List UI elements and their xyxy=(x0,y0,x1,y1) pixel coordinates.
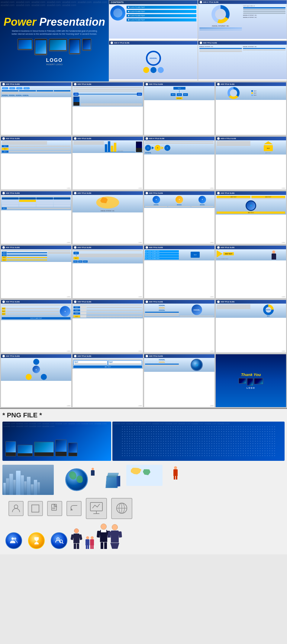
device-3 xyxy=(49,39,67,51)
top-right-panels: CONTENTS CLICK TO ADD TEXT CLICK TO ADD … xyxy=(109,0,287,40)
title-slide-body-3: ASADAL INTERNET, INC. ASADAL INTERNET, I… xyxy=(198,45,287,80)
logo-text: LOGO xyxy=(46,58,63,63)
title-slide-header-1: ADD A TITLE SLIDE xyxy=(198,0,287,4)
3d-cube-element xyxy=(99,468,123,495)
slide-thumb-6: ADD TITLE SLIDE 2020 2015 LOGO xyxy=(72,136,143,190)
slide-thumb-16: ADD TITLE SLIDE ADD TEXT CLICK TO ADD TE… xyxy=(215,245,286,298)
globe-outline-icon xyxy=(111,498,132,519)
slide-thumb-22: ADD TITLE SLIDE TEXT TEXT ADD TEXT LOGO xyxy=(72,354,143,407)
city-skyline-element xyxy=(2,465,54,495)
slide-body-5: TEXT TEXT TEXT LOGO xyxy=(1,140,71,154)
device-5 xyxy=(82,39,91,51)
svg-point-14 xyxy=(14,537,16,540)
slide-body-20: ASADAL TEXT LOGO xyxy=(216,304,286,318)
slide-thumb-9: ADD TITLE SLIDE TEXT LOGO xyxy=(1,191,72,244)
slides-row-3: ADD TITLE SLIDE TEXT LOGO ADD TITLE SLID… xyxy=(0,190,287,245)
colorful-icons-people-row xyxy=(2,521,285,552)
title-slide-panel-2: ADD A TITLE SLIDE ASADAL xyxy=(109,41,198,81)
slide-body-13: TEXT TEXT TEXT TEXT LOGO xyxy=(1,249,71,262)
slide-thumb-18: ADD TITLE SLIDE TEXT TEXT TEXT TEXT LOGO xyxy=(72,300,143,353)
slide-thumb-8: ADD A TITLE SLIDE TEXT ADD TEXT LOGO xyxy=(215,136,286,190)
slide-thumb-11: ADD TITLE SLIDE A ASADAL A ASADAL A ASAD… xyxy=(144,191,215,244)
standing-person-1 xyxy=(73,528,79,549)
slide-thumb-3: ADD TITLE SLIDE TEXT TEXT TEXT TEXT ASAD… xyxy=(144,82,215,135)
round-timer-icon xyxy=(28,532,45,549)
slide-body-11: A ASADAL A ASADAL A ASADAL LOGO xyxy=(144,195,214,208)
slide-thumb-15: ADD TITLE SLIDE EL: CLICK TO ADD TEXT EL… xyxy=(144,245,215,298)
title-slide-header-2: ADD A TITLE SLIDE xyxy=(109,41,198,45)
slide-body-10: ASADAL INTERNET, INC. LOGO xyxy=(73,195,143,212)
title-slide-panel-top: ADD A TITLE SLIDE ASADAL INTERNET, INC. xyxy=(198,0,287,40)
svg-line-17 xyxy=(62,543,63,544)
slide-body-18: TEXT TEXT TEXT TEXT LOGO xyxy=(73,304,143,318)
chart-monitor-icon xyxy=(86,498,107,519)
slide-body-9: TEXT LOGO xyxy=(1,195,71,210)
device-2 xyxy=(34,39,47,55)
slide-body-6: 2020 2015 LOGO xyxy=(73,140,143,153)
contents-body: CLICK TO ADD TEXT CLICK TO ADD TEXT CLIC… xyxy=(109,4,198,39)
slide-thumb-13: ADD TITLE SLIDE TEXT TEXT TEXT TEXT LOGO xyxy=(1,245,72,298)
slide-body-22: TEXT TEXT ADD TEXT LOGO xyxy=(73,358,143,369)
slide-thumb-24: Thank You LOGO xyxy=(215,354,286,407)
round-people-icon xyxy=(5,532,22,549)
cover-title-power: Power xyxy=(4,16,36,28)
cover-right: CONTENTS CLICK TO ADD TEXT CLICK TO ADD … xyxy=(109,0,287,81)
cover-title: Power Presentation xyxy=(4,16,105,28)
slide-body-21: A LOGO xyxy=(1,358,71,381)
svg-point-0 xyxy=(14,505,18,509)
title-slide-panel-3: ADD TITLE SLIDE ASADAL INTERNET, INC. AS… xyxy=(198,41,287,81)
slide-thumb-20: ADD TITLE SLIDE ASADAL TEXT LOGO xyxy=(215,300,286,353)
contents-title: CONTENTS xyxy=(109,0,198,4)
contents-item-2: CLICK TO ADD TEXT xyxy=(127,10,196,13)
slide-body-15: EL: CLICK TO ADD TEXT EL: CLICK TO ADD T… xyxy=(144,249,214,260)
contents-panel: CONTENTS CLICK TO ADD TEXT CLICK TO ADD … xyxy=(109,0,198,40)
slide-body-2: 2008 2010 xyxy=(73,86,143,107)
slide-thumb-7: ADD A TITLE SLIDE A B C ASADAL LOGO xyxy=(144,136,215,190)
slide-thumb-4: ADD TITLE SLIDE TEXT TEXT TEXT xyxy=(215,82,286,135)
slides-row-5: ADD TITLE SLIDE TEXT TEXT TEXT A CLICK T… xyxy=(0,299,287,353)
grey-icons-row xyxy=(2,496,285,521)
cover-title-presentation: Presentation xyxy=(36,16,105,28)
device-4 xyxy=(69,39,80,54)
slides-row-4: ADD TITLE SLIDE TEXT TEXT TEXT TEXT LOGO xyxy=(0,245,287,299)
thank-you-slide: Thank You LOGO xyxy=(216,354,286,407)
slide-thumb-19: ADD TITLE SLIDE ASADAL ASADAL ASADAL ASA… xyxy=(144,300,215,353)
png-file-section: * PNG FILE * asadal.com asadal.com asada… xyxy=(0,408,287,554)
cover-section: asadal.com asadal.com asadal.com asadal.… xyxy=(0,0,287,81)
thank-you-text: Thank You xyxy=(241,372,261,377)
slide-thumb-17: ADD TITLE SLIDE TEXT TEXT TEXT A CLICK T… xyxy=(1,300,72,353)
slide-thumb-23: ADD TITLE SLIDE ASADAL ASADAL 🌐 LOGO xyxy=(144,354,215,407)
cover-devices xyxy=(18,39,91,55)
svg-rect-1 xyxy=(32,505,39,512)
person-icon-grey xyxy=(8,501,24,516)
slide-thumb-5: ADD TITLE SLIDE TEXT TEXT TEXT LOGO xyxy=(1,136,72,190)
main-container: asadal.com asadal.com asadal.com asadal.… xyxy=(0,0,287,554)
slides-row-2: ADD TITLE SLIDE TEXT TEXT TEXT LOGO xyxy=(0,136,287,190)
png-bg-blue-right: asadal.com asadal.com asadal.com asadal.… xyxy=(112,422,285,461)
slide-thumb-10: ADD TITLE SLIDE ASADAL INTERNET, INC. LO… xyxy=(72,191,143,244)
people-group-element xyxy=(85,536,94,549)
slide-body-17: TEXT TEXT TEXT A CLICK TO ADD TEXT LOGO xyxy=(1,304,71,320)
bottom-right-panels: ADD A TITLE SLIDE ASADAL xyxy=(109,40,287,81)
slide-thumb-14: ADD TITLE SLIDE TEXT TEXT T xyxy=(72,245,143,298)
slide-body-7: A B C ASADAL LOGO xyxy=(144,140,214,155)
slide-body-14: TEXT TEXT TEXT TEXT TEXT LOGO xyxy=(73,249,143,263)
slides-row-1: ADD TITLE SLIDE STEP 1STEP 2STEP 3STEP 4 xyxy=(0,81,287,136)
slide-body-4: TEXT TEXT TEXT xyxy=(216,86,286,100)
slide-body-12: ADD TEXT ADD TEXT 🌐 ADD TEXT LOGO xyxy=(216,195,286,215)
cover-subtitle: Started in business in Seoul Korea in Fe… xyxy=(9,30,100,36)
contents-item-4: CLICK TO ADD TEXT xyxy=(127,18,196,21)
document-icon-grey xyxy=(47,501,62,516)
png-backgrounds-row: asadal.com asadal.com asadal.com asadal.… xyxy=(2,422,285,461)
slide-thumb-21: ADD TITLE SLIDE A LOGO xyxy=(1,354,72,407)
return-icon-grey xyxy=(66,501,82,516)
slide-body-16: ADD TEXT CLICK TO ADD TEXT LOGO xyxy=(216,249,286,260)
slide-body-3: TEXT TEXT TEXT TEXT ASADAL xyxy=(144,86,214,100)
contents-item-1: CLICK TO ADD TEXT xyxy=(127,6,196,9)
png-elements-row xyxy=(2,463,285,496)
svg-point-15 xyxy=(57,538,59,540)
globe-people-element xyxy=(57,465,96,495)
contents-item-3: CLICK TO ADD TEXT xyxy=(127,14,196,17)
cover-slide: asadal.com asadal.com asadal.com asadal.… xyxy=(0,0,109,81)
slide-thumb-12: ADD TITLE SLIDE ADD TEXT ADD TEXT 🌐 xyxy=(215,191,286,244)
